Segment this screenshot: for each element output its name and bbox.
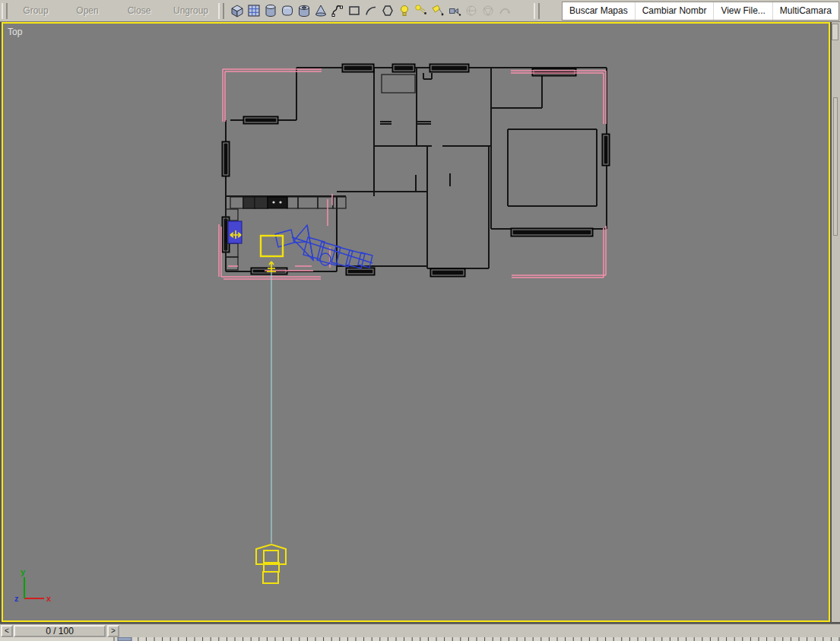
circle-icon[interactable] [380,3,395,18]
ungroup-button[interactable]: Ungroup [167,3,214,19]
view-file-button[interactable]: View File... [714,2,772,20]
arc-icon[interactable] [363,3,379,18]
cylinder-icon[interactable] [263,3,278,18]
panel-tab[interactable] [832,24,838,40]
cone-icon[interactable] [313,3,328,18]
disabled-bind-icon[interactable] [497,3,512,18]
time-slider-bar: < 0 / 100 > [0,624,840,637]
track-bar[interactable] [0,637,840,641]
buscar-mapas-button[interactable]: Buscar Mapas [563,2,636,20]
object-toolbar [230,3,514,18]
next-frame-button[interactable]: > [107,625,119,637]
viewport-label[interactable]: Top [8,27,22,37]
rectangle-icon[interactable] [347,3,362,18]
toolbar-grip[interactable] [2,3,8,19]
time-slider[interactable]: 0 / 100 [14,625,106,637]
grid-plane-icon[interactable] [246,3,262,18]
target-spot-light-icon[interactable] [414,3,429,18]
multicamara-button[interactable]: MultiCamara [773,2,838,20]
panel-scrollbar[interactable] [833,97,838,236]
close-group-button[interactable]: Close [116,3,163,19]
chamfer-box-icon[interactable] [280,3,295,18]
open-group-button[interactable]: Open [64,3,111,19]
spline-icon[interactable] [330,3,345,18]
group-button[interactable]: Group [12,3,59,19]
cambiar-nombre-button[interactable]: Cambiar Nombr [636,2,715,20]
disabled-sphere-icon[interactable] [464,3,479,18]
previous-frame-button[interactable]: < [1,625,13,637]
script-button-panel: Buscar Mapas Cambiar Nombr View File... … [562,2,839,21]
target-camera-icon[interactable] [447,3,462,18]
top-viewport[interactable] [2,22,830,622]
toolbar-grip[interactable] [534,3,540,19]
omni-light-icon[interactable] [397,3,412,18]
main-toolbar: Group Open Close Ungroup Buscar Mapas Ca… [0,0,840,22]
free-spot-light-icon[interactable] [430,3,445,18]
box-icon[interactable] [230,3,245,18]
tube-icon[interactable] [296,3,312,18]
disabled-geosphere-icon[interactable] [480,3,496,18]
toolbar-grip[interactable] [218,3,224,19]
